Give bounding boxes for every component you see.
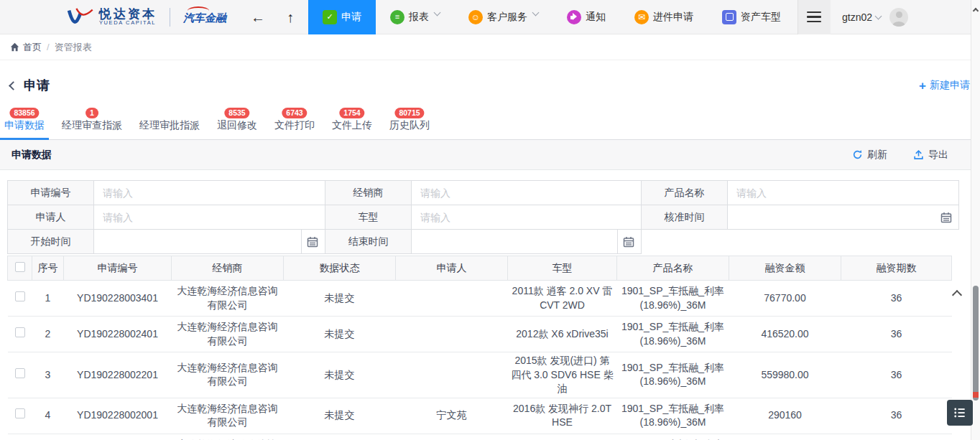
- nav-item-label: 通知: [586, 11, 606, 24]
- apply-icon: ✓: [323, 10, 337, 24]
- table-row[interactable]: 5 YD190228001901 大连乾海经济信息咨询有限公司 拒绝 夏梓航 2…: [8, 434, 952, 440]
- tab-bar: 83856 申请数据 1 经理审查指派 经理审批指派 8535 退回修改 674…: [0, 108, 980, 140]
- column-settings-floating-button[interactable]: [947, 400, 973, 426]
- scrollbar-up-arrow-icon[interactable]: [973, 8, 979, 14]
- cell-applicant: 夏梓航: [396, 434, 508, 440]
- col-header-applicant: 申请人: [396, 256, 508, 281]
- tab-returned-for-edit[interactable]: 8535 退回修改: [216, 108, 259, 139]
- notification-horn-icon: [567, 10, 581, 24]
- filter-label-model: 车型: [325, 205, 412, 230]
- table-row[interactable]: 2 YD190228002401 大连乾海经济信息咨询有限公司 未提交 2012…: [8, 317, 952, 352]
- table-row[interactable]: 3 YD190228002201 大连乾海经济信息咨询有限公司 未提交 2015…: [8, 352, 952, 398]
- cell-status: 未提交: [284, 398, 396, 434]
- cell-no: 2: [32, 317, 64, 352]
- cell-apply-no: YD190228002201: [64, 352, 172, 398]
- table-header-row: 序号 申请编号 经销商 数据状态 申请人 车型 产品名称 融资金额 融资期数: [8, 256, 952, 281]
- logo-divider: [170, 8, 170, 27]
- app-window: 悦达资本 YUEDA CAPITAL 汽车金融 ← ↑ ✓ 申请 ≡ 报表 ☺ …: [0, 0, 980, 440]
- nav-item-incoming-apply[interactable]: ✉ 进件申请: [620, 0, 708, 34]
- logo-swoosh-icon: [66, 7, 93, 27]
- brand-logo: 悦达资本 YUEDA CAPITAL 汽车金融: [66, 7, 226, 27]
- cell-no: 3: [32, 352, 64, 398]
- export-upload-icon: [913, 149, 924, 160]
- col-header-dealer: 经销商: [172, 256, 284, 281]
- tab-label: 经理审查指派: [62, 119, 122, 131]
- row-checkbox[interactable]: [15, 291, 25, 301]
- tab-manager-review-assign[interactable]: 1 经理审查指派: [60, 108, 124, 139]
- col-header-apply-no: 申请编号: [64, 256, 172, 281]
- apply-no-input[interactable]: [94, 182, 325, 205]
- refresh-button[interactable]: 刷新: [852, 149, 887, 162]
- report-icon: ≡: [390, 10, 405, 24]
- export-button[interactable]: 导出: [913, 149, 948, 162]
- nav-item-report[interactable]: ≡ 报表: [376, 0, 454, 34]
- tab-file-print[interactable]: 6743 文件打印: [273, 108, 316, 139]
- approve-time-input[interactable]: [728, 206, 958, 229]
- cell-amount: 416520.00: [729, 317, 841, 352]
- nav-item-apply[interactable]: ✓ 申请: [308, 0, 376, 34]
- select-all-checkbox[interactable]: [15, 262, 25, 272]
- row-checkbox[interactable]: [15, 408, 25, 418]
- tab-file-upload[interactable]: 1754 文件上传: [330, 108, 374, 139]
- cell-no: 1: [32, 281, 64, 317]
- cell-dealer: 大连乾海经济信息咨询有限公司: [172, 352, 284, 398]
- calendar-icon[interactable]: [940, 212, 952, 223]
- col-header-model: 车型: [508, 256, 617, 281]
- applications-table: 序号 申请编号 经销商 数据状态 申请人 车型 产品名称 融资金额 融资期数 1…: [7, 256, 952, 440]
- refresh-icon: [852, 149, 863, 160]
- up-arrow-icon[interactable]: ↑: [287, 10, 294, 24]
- customer-service-icon: ☺: [468, 10, 483, 24]
- start-time-input[interactable]: [94, 230, 325, 253]
- row-checkbox[interactable]: [15, 327, 25, 337]
- end-time-input[interactable]: [412, 230, 641, 253]
- page-scrollbar[interactable]: [971, 0, 980, 440]
- nav-item-label: 客户服务: [487, 11, 527, 24]
- tab-badge: 83856: [9, 108, 39, 118]
- cell-product: 1901_SP_车抵融_利率(18.96%)_36M: [617, 398, 729, 434]
- nav-item-asset-models[interactable]: 资产车型: [708, 0, 795, 34]
- tab-label: 文件打印: [274, 119, 315, 131]
- new-application-button[interactable]: + 新建申请: [919, 79, 970, 92]
- dealer-input[interactable]: [412, 182, 641, 205]
- back-arrow-icon[interactable]: ←: [251, 10, 265, 24]
- nav-item-customer-service[interactable]: ☺ 客户服务: [454, 0, 553, 34]
- hamburger-menu-icon[interactable]: [798, 0, 831, 34]
- cell-periods: 36: [841, 317, 952, 352]
- applicant-input[interactable]: [94, 206, 325, 229]
- chevron-down-icon: [532, 9, 540, 16]
- cell-status: 未提交: [284, 352, 396, 398]
- tab-history-queue[interactable]: 80715 历史队列: [388, 108, 431, 139]
- col-header-product: 产品名称: [617, 256, 729, 281]
- avatar[interactable]: [889, 8, 908, 27]
- cell-product: 1901_SP_车抵融_利率(18.96%)_36M: [617, 352, 729, 398]
- user-menu[interactable]: gtzn02: [842, 8, 908, 27]
- calendar-icon[interactable]: [307, 236, 318, 248]
- calendar-icon[interactable]: [623, 236, 634, 248]
- scrollbar-thumb[interactable]: [973, 286, 979, 401]
- cell-status: 未提交: [284, 317, 396, 352]
- table-row[interactable]: 1 YD190228003401 大连乾海经济信息咨询有限公司 未提交 2011…: [8, 281, 952, 317]
- col-header-status: 数据状态: [284, 256, 396, 281]
- cell-amount: 559980.00: [729, 352, 841, 398]
- product-input[interactable]: [728, 182, 958, 205]
- col-header-amount: 融资金额: [729, 256, 841, 281]
- model-input[interactable]: [412, 206, 641, 229]
- cell-amount: 76770.00: [729, 281, 841, 317]
- back-chevron-icon[interactable]: [9, 81, 18, 90]
- table-row[interactable]: 4 YD190228002001 大连乾海经济信息咨询有限公司 未提交 宁文苑 …: [8, 398, 952, 434]
- plus-icon: +: [919, 80, 926, 92]
- breadcrumb-home[interactable]: 首页: [10, 41, 42, 54]
- table-scroll-up-icon[interactable]: [952, 290, 962, 300]
- cell-no: 4: [32, 398, 64, 434]
- filter-label-start-time: 开始时间: [8, 230, 94, 254]
- tab-manager-approve-assign[interactable]: 经理审批指派: [138, 108, 201, 139]
- cell-model: 2016款 发现神行 2.0T HSE: [508, 398, 617, 434]
- filter-label-dealer: 经销商: [325, 181, 412, 205]
- tab-apply-data[interactable]: 83856 申请数据: [3, 108, 46, 139]
- asset-models-icon: [722, 10, 736, 24]
- row-checkbox[interactable]: [15, 368, 25, 378]
- nav-item-notification[interactable]: 通知: [553, 0, 620, 34]
- cell-periods: 36: [841, 281, 952, 317]
- cell-periods: 36: [841, 352, 952, 398]
- col-header-no: 序号: [32, 256, 64, 281]
